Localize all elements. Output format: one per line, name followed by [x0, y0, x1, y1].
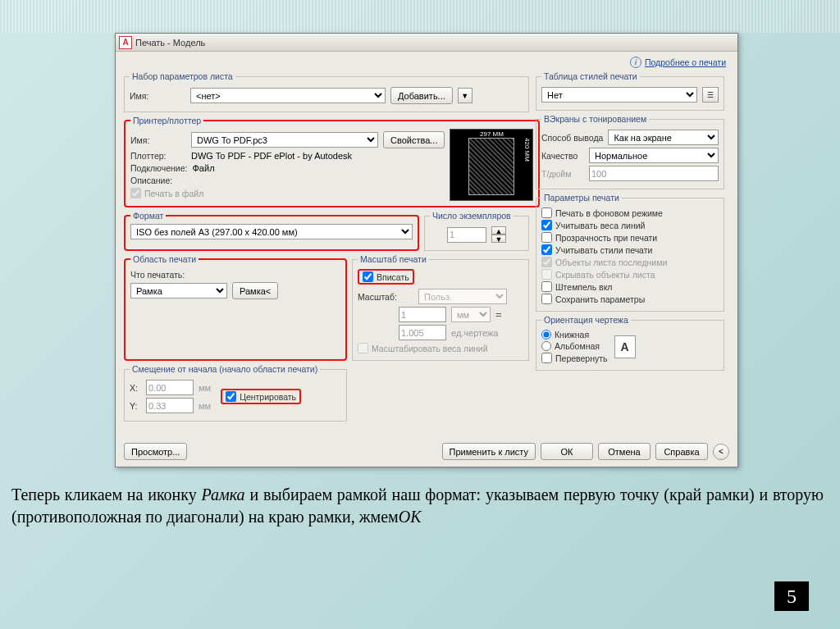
cancel-button[interactable]: Отмена — [598, 443, 651, 460]
collapse-button[interactable]: < — [713, 444, 729, 460]
copies-up: ▲ — [491, 226, 506, 235]
portrait-radio[interactable]: Книжная — [541, 330, 608, 340]
title-bar[interactable]: A Печать - Модель — [116, 34, 737, 52]
options-group: Параметры печати Печать в фоновом режиме… — [536, 193, 724, 312]
help-button[interactable]: Справка — [655, 443, 708, 460]
paper-preview: 297 MM 420 MM — [450, 129, 533, 201]
conn-label: Подключение: — [130, 163, 188, 173]
dpi-label: Т/дюйм — [541, 169, 584, 179]
shaded-group: ВЭкраны с тонированием Способ выводаКак … — [536, 114, 724, 189]
scale-num-input — [399, 307, 446, 322]
printer-name-label: Имя: — [130, 135, 186, 145]
copies-group: Число экземпляров ▲ ▼ — [424, 211, 529, 251]
styles-group: Таблица стилей печати Нет ☰ — [536, 71, 724, 111]
y-input — [146, 398, 194, 413]
styles-edit-button[interactable]: ☰ — [702, 87, 719, 103]
pageset-name-select[interactable]: <нет> — [190, 88, 386, 103]
plotter-value: DWG To PDF - PDF ePlot - by Autodesk — [191, 151, 352, 161]
offset-legend: Смещение от начала (начало области печат… — [130, 364, 320, 374]
info-icon: i — [630, 57, 641, 68]
opt-paperspace-last: Объекты листа последними — [541, 257, 719, 267]
orient-legend: Ориентация чертежа — [541, 315, 631, 325]
scale-legend: Масштаб печати — [358, 254, 429, 264]
window-button[interactable]: Рамка< — [232, 282, 278, 299]
opt-hide-paperspace: Скрывать объекты листа — [541, 269, 719, 280]
copies-down: ▼ — [491, 235, 506, 243]
opt-stamp[interactable]: Штемпель вкл — [541, 281, 719, 292]
y-unit: мм — [199, 401, 211, 411]
what-label: Что печатать: — [130, 270, 196, 280]
dpi-input — [589, 166, 719, 181]
mode-label: Способ вывода — [541, 133, 603, 143]
area-group: Область печати Что печатать: Рамка Рамка… — [124, 254, 347, 361]
x-unit: мм — [199, 383, 211, 393]
pageset-group: Набор параметров листа Имя: <нет> Добави… — [124, 71, 529, 112]
area-select[interactable]: Рамка — [130, 283, 227, 299]
instruction-text: Теперь кликаем на иконку Рамка и выбирае… — [11, 484, 824, 528]
x-label: X: — [130, 383, 141, 393]
copies-legend: Число экземпляров — [430, 211, 514, 221]
learn-more-link[interactable]: Подробнее о печати — [645, 57, 726, 67]
scale-label: Масштаб: — [358, 292, 413, 302]
page-number: 5 — [774, 581, 809, 611]
pageset-add-button[interactable]: Добавить... — [390, 87, 453, 104]
pageset-dropdown-arrow[interactable]: ▼ — [458, 88, 472, 103]
mode-select[interactable]: Как на экране — [608, 130, 719, 145]
printer-name-select[interactable]: DWG To PDF.pc3 — [191, 132, 378, 148]
desc-label: Описание: — [130, 175, 186, 185]
opt-styles[interactable]: Учитывать стили печати — [541, 244, 719, 255]
printer-group: Принтер/плоттер Имя: DWG To PDF.pc3 Свой… — [124, 116, 540, 207]
scale-select: Польз. — [418, 289, 507, 304]
scale-unit2-input — [399, 325, 446, 340]
paper-select[interactable]: ISO без полей A3 (297.00 x 420.00 мм) — [130, 224, 413, 239]
printer-legend: Принтер/плоттер — [130, 116, 203, 125]
upside-checkbox[interactable]: Перевернуть — [541, 353, 608, 363]
orient-group: Ориентация чертежа Книжная Альбомная Пер… — [536, 315, 724, 371]
shaded-legend: ВЭкраны с тонированием — [541, 114, 649, 124]
paper-group: Формат ISO без полей A3 (297.00 x 420.00… — [124, 211, 419, 251]
apply-button[interactable]: Применить к листу — [442, 443, 536, 460]
print-to-file-checkbox: Печать в файл — [130, 188, 445, 198]
opt-save[interactable]: Сохранить параметры — [541, 294, 719, 304]
quality-select[interactable]: Нормальное — [589, 148, 719, 163]
options-legend: Параметры печати — [541, 193, 622, 203]
area-legend: Область печати — [130, 254, 199, 264]
styles-legend: Таблица стилей печати — [541, 71, 640, 81]
scale-group: Масштаб печати Вписать Масштаб:Польз. мм… — [352, 254, 529, 361]
scale-lineweights-checkbox: Масштабировать веса линий — [358, 343, 523, 353]
x-input — [146, 380, 194, 395]
paper-legend: Формат — [130, 211, 166, 221]
opt-transparency[interactable]: Прозрачность при печати — [541, 232, 719, 243]
print-dialog: A Печать - Модель i Подробнее о печати Н… — [115, 33, 738, 467]
pageset-name-label: Имя: — [130, 91, 185, 101]
center-checkbox[interactable]: Центрировать — [221, 389, 301, 404]
orientation-icon: A — [614, 335, 636, 358]
conn-value: Файл — [193, 163, 215, 173]
printer-props-button[interactable]: Свойства... — [383, 131, 445, 148]
opt-background[interactable]: Печать в фоновом режиме — [541, 207, 719, 218]
unit2-label: ед.чертежа — [451, 328, 498, 338]
scale-unit-select: мм — [451, 307, 491, 322]
fit-checkbox[interactable]: Вписать — [358, 269, 414, 285]
pageset-legend: Набор параметров листа — [130, 71, 235, 81]
styles-select[interactable]: Нет — [541, 87, 697, 103]
ok-button[interactable]: ОК — [541, 443, 593, 460]
dialog-title: Печать - Модель — [135, 38, 205, 48]
y-label: Y: — [130, 401, 141, 411]
offset-group: Смещение от начала (начало области печат… — [124, 364, 347, 422]
copies-input — [447, 227, 486, 243]
equals-icon: = — [495, 308, 502, 321]
app-icon: A — [119, 36, 132, 49]
preview-button[interactable]: Просмотр... — [124, 443, 187, 460]
quality-label: Качество — [541, 151, 584, 161]
plotter-label: Плоттер: — [130, 151, 186, 161]
preview-height: 420 MM — [523, 138, 531, 198]
preview-width: 297 MM — [450, 130, 532, 138]
opt-lineweights[interactable]: Учитывать веса линий — [541, 220, 719, 230]
landscape-radio[interactable]: Альбомная — [541, 341, 608, 351]
